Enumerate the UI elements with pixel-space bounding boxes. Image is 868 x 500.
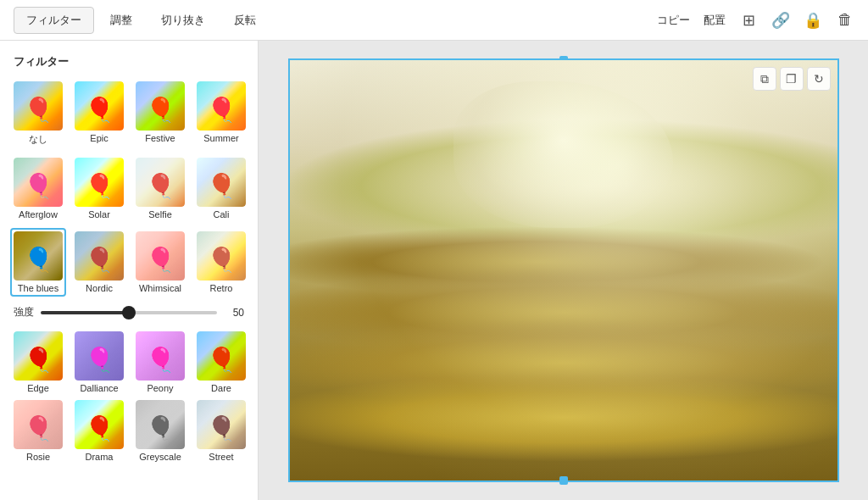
link-icon[interactable]: 🔗 (771, 11, 790, 30)
filter-afterglow[interactable]: 🎈Afterglow (10, 154, 66, 223)
filter-label-epic: Epic (90, 133, 108, 143)
slider-value: 50 (224, 307, 244, 319)
filter-label-dare: Dare (211, 383, 231, 393)
filter-solar[interactable]: 🎈Solar (71, 154, 127, 223)
slider-section: 強度 50 (7, 297, 251, 328)
top-bar-right: コピー配置⊞🔗🔒🗑 (657, 11, 854, 30)
filter-label-street: Street (209, 452, 233, 462)
filter-label-festive: Festive (145, 133, 175, 143)
image-frame: ⧉ ❐ ↻ (288, 58, 839, 482)
sidebar: フィルター 🎈なし🎈Epic🎈Festive🎈Summer🎈Afterglow🎈… (0, 41, 259, 500)
grid-icon[interactable]: ⊞ (739, 11, 758, 30)
copy-frame-button[interactable]: ⧉ (753, 67, 776, 91)
tab-crop[interactable]: 切り抜き (148, 7, 218, 34)
canvas-area: ⧉ ❐ ↻ (259, 41, 868, 500)
filter-label-greyscale: Greyscale (139, 452, 181, 462)
sidebar-title: フィルター (7, 51, 251, 78)
tab-filter[interactable]: フィルター (14, 7, 94, 34)
top-bar: フィルター調整切り抜き反転 コピー配置⊞🔗🔒🗑 (0, 0, 868, 41)
filter-selfie[interactable]: 🎈Selfie (132, 154, 188, 223)
filter-none[interactable]: 🎈なし (10, 78, 66, 149)
image-tools: ⧉ ❐ ↻ (753, 67, 831, 91)
filter-label-edge: Edge (27, 383, 49, 393)
filter-nordic[interactable]: 🎈Nordic (71, 228, 127, 297)
pancake-image (290, 60, 837, 481)
filter-retro[interactable]: 🎈Retro (193, 228, 249, 297)
filter-label-selfie: Selfie (148, 209, 172, 219)
action-copy[interactable]: コピー (657, 13, 690, 28)
duplicate-button[interactable]: ❐ (780, 67, 804, 91)
frame-handle-bottom[interactable] (559, 476, 568, 485)
slider-wrapper (41, 311, 217, 314)
top-bar-tabs: フィルター調整切り抜き反転 (14, 7, 269, 34)
filter-grid-3: 🎈Rosie🎈Drama🎈Greyscale🎈Street (7, 397, 251, 465)
filter-label-solar: Solar (88, 209, 110, 219)
filter-label-dalliance: Dalliance (80, 383, 118, 393)
filter-label-afterglow: Afterglow (19, 209, 58, 219)
filter-greyscale[interactable]: 🎈Greyscale (132, 397, 188, 465)
refresh-button[interactable]: ↻ (807, 67, 831, 91)
filter-label-theblues: The blues (18, 283, 58, 293)
action-place[interactable]: 配置 (704, 13, 726, 28)
filter-rosie[interactable]: 🎈Rosie (10, 397, 66, 465)
lock-icon[interactable]: 🔒 (804, 11, 822, 30)
filter-summer[interactable]: 🎈Summer (193, 78, 249, 149)
filter-label-retro: Retro (210, 283, 233, 293)
filter-theblues[interactable]: 🎈The blues (10, 228, 66, 297)
tab-adjust[interactable]: 調整 (97, 7, 145, 34)
slider-label: 強度 (14, 305, 34, 319)
filter-label-summer: Summer (203, 133, 239, 143)
filter-epic[interactable]: 🎈Epic (71, 78, 127, 149)
tab-flip[interactable]: 反転 (221, 7, 269, 34)
filter-grid: 🎈なし🎈Epic🎈Festive🎈Summer🎈Afterglow🎈Solar🎈… (7, 78, 251, 297)
filter-grid-2: 🎈Edge🎈Dalliance🎈Peony🎈Dare (7, 328, 251, 397)
filter-dalliance[interactable]: 🎈Dalliance (71, 328, 127, 397)
filter-label-rosie: Rosie (26, 452, 50, 462)
filter-label-nordic: Nordic (86, 283, 113, 293)
filter-street[interactable]: 🎈Street (193, 397, 249, 465)
filter-edge[interactable]: 🎈Edge (10, 328, 66, 397)
filter-label-peony: Peony (147, 383, 173, 393)
filter-peony[interactable]: 🎈Peony (132, 328, 188, 397)
filter-whimsical[interactable]: 🎈Whimsical (132, 228, 188, 297)
pancake-overlay (290, 60, 837, 481)
main-content: フィルター 🎈なし🎈Epic🎈Festive🎈Summer🎈Afterglow🎈… (0, 41, 868, 500)
filter-label-cali: Cali (214, 209, 230, 219)
filter-drama[interactable]: 🎈Drama (71, 397, 127, 465)
delete-icon[interactable]: 🗑 (836, 11, 854, 30)
filter-cali[interactable]: 🎈Cali (193, 154, 249, 223)
filter-dare[interactable]: 🎈Dare (193, 328, 249, 397)
filter-label-none: なし (29, 133, 47, 146)
filter-festive[interactable]: 🎈Festive (132, 78, 188, 149)
intensity-slider[interactable] (41, 311, 217, 314)
filter-label-drama: Drama (85, 452, 113, 462)
filter-label-whimsical: Whimsical (139, 283, 181, 293)
